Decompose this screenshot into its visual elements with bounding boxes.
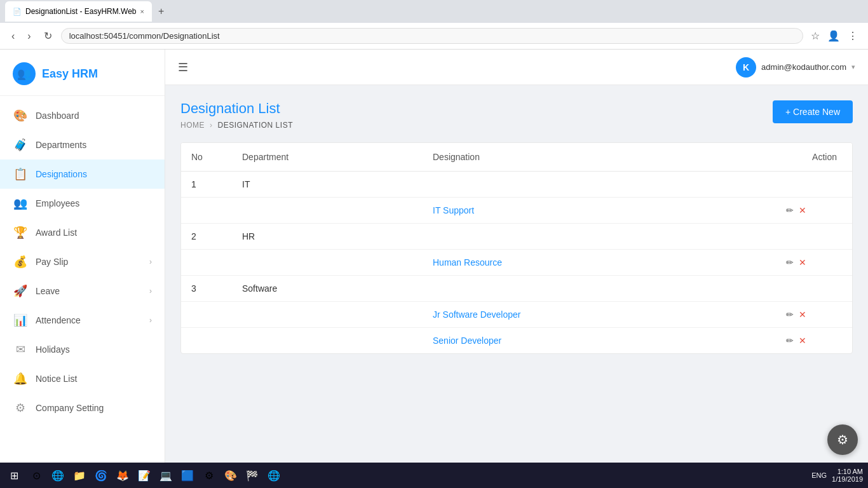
action-icons: ✏ ✕ — [786, 257, 842, 268]
topbar: ☰ K admin@kodauthor.com ▾ — [165, 50, 868, 85]
sidebar-nav: 🎨 Dashboard 🧳 Departments 📋 Designations… — [0, 96, 165, 463]
username-label: admin@kodauthor.com — [761, 62, 846, 72]
address-bar[interactable] — [61, 28, 803, 44]
refresh-button[interactable]: ↻ — [40, 27, 56, 44]
sidebar-item-label: Employees — [36, 198, 79, 208]
table-header-row: No Department Designation Action — [181, 143, 852, 172]
sidebar-item-award-list[interactable]: 🏆 Award List — [0, 218, 165, 247]
new-tab-button[interactable]: + — [154, 4, 168, 18]
table-row: IT Support ✏ ✕ — [181, 198, 852, 224]
edit-icon[interactable]: ✏ — [786, 205, 794, 215]
forward-button[interactable]: › — [24, 28, 34, 44]
edit-icon[interactable]: ✏ — [786, 336, 794, 346]
app-layout: 👥 Easy HRM 🎨 Dashboard 🧳 Departments 📋 D… — [0, 50, 868, 463]
departments-icon: 🧳 — [13, 138, 28, 152]
topbar-user[interactable]: K admin@kodauthor.com ▾ — [736, 57, 855, 78]
tab-favicon: 📄 — [13, 8, 22, 16]
designation-table-card: No Department Designation Action 1 IT — [180, 142, 853, 354]
tab-title: DesignationList - EasyHRM.Web — [25, 7, 137, 16]
dashboard-icon: 🎨 — [13, 109, 28, 123]
delete-icon[interactable]: ✕ — [799, 309, 806, 320]
sidebar-item-pay-slip[interactable]: 💰 Pay Slip › — [0, 247, 165, 276]
sidebar-item-label: Pay Slip — [36, 257, 68, 267]
logo-text: Easy HRM — [42, 67, 98, 81]
designation-link: Jr Software Developer — [433, 309, 521, 320]
row-action: ✏ ✕ — [776, 302, 852, 328]
menu-btn[interactable]: ⋮ — [845, 27, 860, 44]
row-department — [232, 302, 423, 328]
table-row: 1 IT — [181, 172, 852, 198]
sidebar-item-label: Dashboard — [36, 111, 79, 121]
breadcrumb-current: DESIGNATION LIST — [218, 121, 293, 130]
create-new-button[interactable]: + Create New — [773, 100, 853, 123]
dropdown-chevron-icon: ▾ — [851, 63, 855, 71]
sidebar-item-label: Leave — [36, 286, 60, 296]
col-no: No — [181, 143, 232, 172]
row-no: 2 — [181, 224, 232, 250]
sidebar-item-designations[interactable]: 📋 Designations — [0, 159, 165, 189]
row-department: Software — [232, 276, 423, 302]
edit-icon[interactable]: ✏ — [786, 257, 794, 268]
sidebar-item-leave[interactable]: 🚀 Leave › — [0, 276, 165, 306]
hamburger-icon[interactable]: ☰ — [178, 60, 188, 74]
col-action: Action — [776, 143, 852, 172]
row-designation: IT Support — [423, 198, 776, 224]
edit-icon[interactable]: ✏ — [786, 309, 794, 320]
logo-hrm: HRM — [69, 67, 98, 80]
arrow-icon: › — [149, 316, 152, 325]
designations-icon: 📋 — [13, 167, 28, 181]
browser-nav: ‹ › ↻ ☆ 👤 ⋮ — [0, 23, 868, 50]
row-action — [776, 224, 852, 250]
row-department: HR — [232, 224, 423, 250]
sidebar-item-label: Company Setting — [36, 403, 104, 413]
row-department — [232, 250, 423, 276]
sidebar-item-notice-list[interactable]: 🔔 Notice List — [0, 364, 165, 393]
row-department — [232, 198, 423, 224]
create-new-label: + Create New — [785, 107, 840, 117]
row-designation — [423, 276, 776, 302]
row-no: 3 — [181, 276, 232, 302]
row-designation: Senior Developer — [423, 328, 776, 354]
action-icons: ✏ ✕ — [786, 309, 842, 320]
action-icons: ✏ ✕ — [786, 205, 842, 215]
sidebar-item-attendence[interactable]: 📊 Attendence › — [0, 306, 165, 335]
settings-fab[interactable]: ⚙ — [827, 424, 858, 455]
tab-close-btn[interactable]: × — [140, 8, 144, 15]
browser-actions: ☆ 👤 ⋮ — [808, 27, 860, 44]
row-designation — [423, 224, 776, 250]
notice-icon: 🔔 — [13, 372, 28, 386]
browser-tab[interactable]: 📄 DesignationList - EasyHRM.Web × — [5, 1, 152, 22]
row-action: ✏ ✕ — [776, 198, 852, 224]
attendence-icon: 📊 — [13, 313, 28, 327]
back-button[interactable]: ‹ — [8, 28, 18, 44]
bookmark-btn[interactable]: ☆ — [808, 27, 822, 44]
arrow-icon: › — [149, 257, 152, 266]
delete-icon[interactable]: ✕ — [799, 257, 806, 268]
delete-icon[interactable]: ✕ — [799, 205, 806, 215]
col-department: Department — [232, 143, 423, 172]
sidebar: 👥 Easy HRM 🎨 Dashboard 🧳 Departments 📋 D… — [0, 50, 165, 463]
action-icons: ✏ ✕ — [786, 336, 842, 346]
fab-icon: ⚙ — [837, 432, 848, 447]
row-action: ✏ ✕ — [776, 328, 852, 354]
row-department — [232, 328, 423, 354]
table-row: 2 HR — [181, 224, 852, 250]
designation-link: IT Support — [433, 205, 474, 215]
sidebar-item-dashboard[interactable]: 🎨 Dashboard — [0, 101, 165, 130]
designation-link: Human Resource — [433, 257, 502, 268]
sidebar-item-label: Attendence — [36, 315, 81, 325]
sidebar-item-label: Award List — [36, 227, 77, 238]
breadcrumb: HOME › DESIGNATION LIST — [180, 121, 293, 130]
sidebar-item-holidays[interactable]: ✉ Holidays — [0, 335, 165, 364]
delete-icon[interactable]: ✕ — [799, 336, 806, 346]
arrow-icon: › — [149, 287, 152, 295]
sidebar-item-departments[interactable]: 🧳 Departments — [0, 130, 165, 159]
profile-btn[interactable]: 👤 — [825, 27, 843, 44]
main-content: Designation List HOME › DESIGNATION LIST… — [165, 85, 868, 463]
sidebar-item-employees[interactable]: 👥 Employees — [0, 189, 165, 218]
sidebar-item-company-setting[interactable]: ⚙ Company Setting — [0, 393, 165, 423]
table-row: Senior Developer ✏ ✕ — [181, 328, 852, 354]
breadcrumb-home[interactable]: HOME — [180, 121, 205, 130]
sidebar-item-label: Holidays — [36, 344, 70, 355]
designation-link: Senior Developer — [433, 336, 501, 346]
